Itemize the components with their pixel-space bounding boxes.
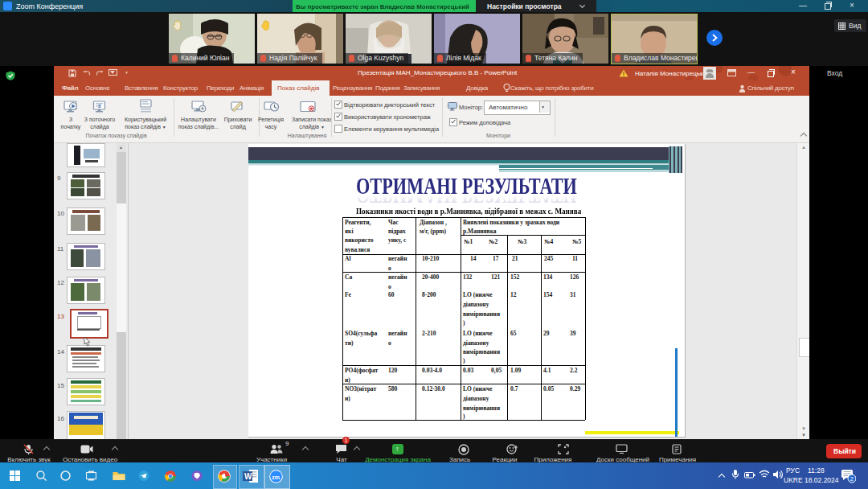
svg-text:W: W (244, 472, 252, 481)
svg-text:2: 2 (850, 475, 854, 483)
svg-text:zm: zm (272, 475, 280, 480)
